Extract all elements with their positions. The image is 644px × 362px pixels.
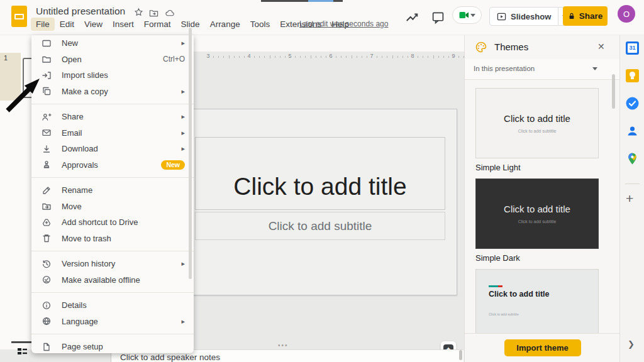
menu-item-version-history[interactable]: Version history▸ xyxy=(31,256,194,272)
top-progress-strip xyxy=(261,0,343,2)
menu-divider xyxy=(31,177,194,178)
menu-item-email[interactable]: Email▸ xyxy=(31,125,194,141)
menu-item-approvals[interactable]: ApprovalsNew xyxy=(31,157,194,173)
meet-button[interactable] xyxy=(452,6,482,24)
menu-item-details[interactable]: Details xyxy=(31,297,194,314)
menu-item-label: Email xyxy=(62,128,181,138)
lock-icon xyxy=(568,12,575,20)
slides-logo-icon[interactable] xyxy=(11,6,27,27)
move-folder-icon[interactable] xyxy=(149,8,158,18)
menu-divider xyxy=(31,334,194,334)
theme-name: Simple Light xyxy=(475,163,620,173)
comment-icon[interactable] xyxy=(431,11,445,24)
star-icon[interactable] xyxy=(134,8,143,17)
theme-thumb-subtitle: Click to add subtitle xyxy=(489,312,519,316)
add-addon-icon[interactable]: + xyxy=(626,191,633,206)
document-title[interactable]: Untitled presentation xyxy=(36,6,125,17)
last-edit-status[interactable]: Last edit was seconds ago xyxy=(299,19,388,28)
submenu-arrow-icon: ▸ xyxy=(181,87,185,96)
slideshow-label: Slideshow xyxy=(511,12,551,21)
close-icon[interactable]: ✕ xyxy=(597,41,605,52)
import-theme-button[interactable]: Import theme xyxy=(504,339,581,356)
annotation-arrow xyxy=(0,69,44,116)
activity-trend-icon[interactable] xyxy=(404,9,419,25)
calendar-icon[interactable]: 31 xyxy=(626,41,639,55)
avatar[interactable]: O xyxy=(618,5,635,23)
submenu-arrow-icon: ▸ xyxy=(181,112,185,121)
menu-item-add-shortcut-to-drive[interactable]: Add shortcut to Drive xyxy=(31,214,194,231)
theme-card-simple-dark[interactable]: Click to add titleClick to add subtitleS… xyxy=(475,178,620,263)
submenu-arrow-icon: ▸ xyxy=(181,317,185,326)
themes-filter[interactable]: In this presentation xyxy=(465,59,620,80)
themes-filter-label: In this presentation xyxy=(474,65,535,72)
menu-item-rename[interactable]: Rename xyxy=(31,182,194,199)
slide-number: 1 xyxy=(4,54,8,62)
menu-item-move[interactable]: Move xyxy=(31,199,194,215)
menu-format[interactable]: Format xyxy=(139,18,176,31)
menu-item-label: Rename xyxy=(62,185,185,195)
collapse-panel-icon[interactable]: ❯ xyxy=(628,339,635,349)
menu-item-label: Move xyxy=(62,202,185,211)
menu-item-make-a-copy[interactable]: Make a copy▸ xyxy=(31,84,194,100)
caret-down-icon xyxy=(470,14,475,17)
theme-name: Simple Dark xyxy=(475,253,620,263)
menu-item-page-setup[interactable]: Page setup xyxy=(31,339,194,353)
notes-resize-handle[interactable]: ••• xyxy=(278,342,289,349)
themes-scrollbar[interactable] xyxy=(612,74,615,109)
chevron-down-icon xyxy=(592,67,597,70)
header-bar: Untitled presentation FileEditViewInsert… xyxy=(0,0,644,35)
tasks-icon[interactable] xyxy=(626,97,639,110)
theme-thumb-title: Click to add title xyxy=(504,204,570,214)
offline-icon xyxy=(42,275,52,285)
menu-item-make-available-offline[interactable]: Make available offline xyxy=(31,272,194,288)
menu-divider xyxy=(31,104,194,104)
menu-tools[interactable]: Tools xyxy=(245,18,275,31)
rename-icon xyxy=(42,185,52,195)
menu-item-label: Approvals xyxy=(62,160,161,170)
slideshow-button[interactable]: Slideshow xyxy=(489,7,572,26)
globe-icon xyxy=(42,316,52,326)
subtitle-placeholder-text: Click to add subtitle xyxy=(269,219,372,233)
ruler-number: 7 xyxy=(370,53,373,59)
speaker-notes-placeholder[interactable]: Click to add speaker notes xyxy=(120,353,220,362)
menu-item-open[interactable]: OpenCtrl+O xyxy=(31,52,194,68)
share-button[interactable]: Share xyxy=(563,6,608,26)
menu-edit[interactable]: Edit xyxy=(55,18,79,31)
theme-card-simple-light[interactable]: Click to add titleClick to add subtitleS… xyxy=(475,88,620,173)
cloud-status-icon[interactable] xyxy=(165,8,175,18)
horizontal-ruler: 3456789 xyxy=(194,52,464,62)
file-menu: New▸OpenCtrl+OImport slidesMake a copy▸S… xyxy=(31,35,194,353)
subtitle-placeholder[interactable]: Click to add subtitle xyxy=(195,212,445,240)
menu-file[interactable]: File xyxy=(31,18,55,31)
menu-item-download[interactable]: Download▸ xyxy=(31,141,194,157)
menu-insert[interactable]: Insert xyxy=(108,18,139,31)
maps-icon[interactable] xyxy=(626,152,639,165)
title-placeholder[interactable]: Click to add title xyxy=(195,137,445,210)
theme-thumb-subtitle: Click to add subtitle xyxy=(518,129,557,133)
menu-item-label: Add shortcut to Drive xyxy=(62,217,185,227)
contacts-icon[interactable] xyxy=(626,124,639,138)
menu-item-label: Page setup xyxy=(62,342,185,351)
file-menu-scrollbar[interactable] xyxy=(189,28,192,279)
ruler-number: 5 xyxy=(288,53,291,59)
menu-item-share[interactable]: Share▸ xyxy=(31,109,194,125)
themes-title: Themes xyxy=(494,41,528,52)
menu-item-import-slides[interactable]: Import slides xyxy=(31,67,194,84)
filmstrip-view-toggle-icon[interactable] xyxy=(17,347,28,356)
menu-item-label: Version history xyxy=(62,259,181,268)
themes-header: Themes ✕ xyxy=(465,35,620,59)
theme-card-2[interactable]: Click to add titleClick to add subtitle xyxy=(475,269,620,333)
menu-item-move-to-trash[interactable]: Move to trash xyxy=(31,231,194,247)
submenu-arrow-icon: ▸ xyxy=(181,145,185,153)
new-badge: New xyxy=(161,160,185,170)
download-icon xyxy=(42,144,52,154)
menu-view[interactable]: View xyxy=(79,18,108,31)
menu-item-new[interactable]: New▸ xyxy=(31,35,194,52)
canvas-scrollbar[interactable] xyxy=(459,350,462,360)
share-label: Share xyxy=(579,11,603,21)
version-history-icon xyxy=(42,259,52,269)
menu-item-language[interactable]: Language▸ xyxy=(31,314,194,330)
menu-arrange[interactable]: Arrange xyxy=(205,18,245,31)
ruler-number: 6 xyxy=(329,53,332,59)
keep-icon[interactable] xyxy=(626,69,639,82)
